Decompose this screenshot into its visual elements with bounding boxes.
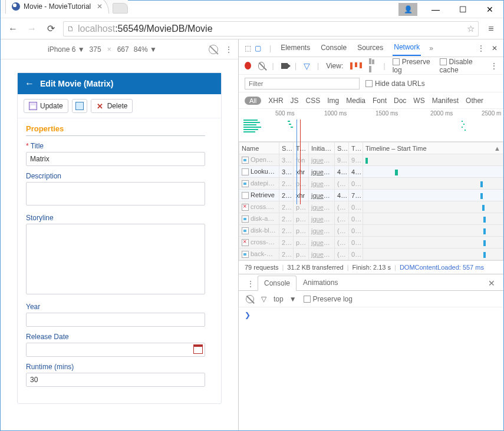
- col-initiator[interactable]: Initiat…: [309, 142, 335, 154]
- tab-title: Movie - MovieTutorial: [24, 2, 91, 11]
- url-input[interactable]: 🗋 localhost:56549/MovieDB/Movie ☆: [63, 21, 479, 37]
- delete-button[interactable]: ✕ Delete: [91, 99, 133, 113]
- table-row[interactable]: Lookup.Ad…304xhrjquery…44…4 …: [239, 166, 503, 178]
- table-row[interactable]: back-arrow…200pn…jquery…(fr…0 …: [239, 248, 503, 260]
- device-menu-icon[interactable]: ⋮: [225, 45, 232, 54]
- address-bar: ← → ⟳ 🗋 localhost:56549/MovieDB/Movie ☆ …: [1, 18, 503, 39]
- new-tab-button[interactable]: [113, 3, 128, 14]
- back-button[interactable]: ←: [6, 22, 19, 35]
- preserve-log-checkbox[interactable]: Preserve log: [393, 58, 433, 74]
- type-other[interactable]: Other: [466, 97, 483, 105]
- type-manifest[interactable]: Manifest: [432, 97, 459, 105]
- record-button[interactable]: [245, 62, 251, 69]
- hide-data-urls-checkbox[interactable]: Hide data URLs: [365, 79, 425, 88]
- tab-close-icon[interactable]: ✕: [97, 2, 103, 11]
- browser-tab[interactable]: Movie - MovieTutorial ✕: [5, 0, 109, 14]
- console-context-select[interactable]: top ▼: [274, 295, 297, 303]
- more-tabs-icon[interactable]: »: [429, 44, 433, 52]
- type-xhr[interactable]: XHR: [268, 97, 283, 105]
- type-js[interactable]: JS: [291, 97, 299, 105]
- devtools-panel: ⬚ ▢ | Elements Console Sources Network »…: [239, 39, 503, 430]
- console-preserve-checkbox[interactable]: Preserve log: [304, 295, 353, 303]
- device-select[interactable]: iPhone 6 ▼: [48, 45, 85, 54]
- inspect-icon[interactable]: ⬚: [245, 44, 251, 52]
- device-zoom[interactable]: 84% ▼: [134, 45, 157, 54]
- page-info-icon[interactable]: 🗋: [67, 25, 74, 33]
- storyline-input[interactable]: [26, 224, 205, 294]
- table-row[interactable]: disk-black-…200pn…jquery…(fr…0 …: [239, 225, 503, 237]
- table-row[interactable]: cross.png200pn…jquery…(fr…0 …: [239, 201, 503, 213]
- description-input[interactable]: [26, 182, 205, 205]
- network-menu-icon[interactable]: ⋮: [490, 62, 498, 70]
- network-summary: 79 requests| 31.2 KB transferred| Finish…: [239, 260, 503, 274]
- devtools-menu-icon[interactable]: ⋮: [477, 44, 485, 52]
- col-name[interactable]: Name: [239, 142, 279, 154]
- rotate-icon[interactable]: [209, 45, 218, 54]
- year-label: Year: [26, 303, 213, 311]
- type-ws[interactable]: WS: [413, 97, 424, 105]
- type-all[interactable]: All: [245, 97, 261, 105]
- minimize-button[interactable]: —: [422, 1, 449, 18]
- col-timeline[interactable]: Timeline – Start Time▲: [363, 142, 503, 154]
- device-mode-icon[interactable]: ▢: [255, 44, 261, 52]
- devtools-close-icon[interactable]: ✕: [492, 44, 498, 52]
- runtime-input[interactable]: [26, 373, 205, 387]
- col-status[interactable]: St…: [279, 142, 294, 154]
- network-table[interactable]: Name St… Ty… Initiat… Si… Ti… Timeline –…: [239, 142, 503, 260]
- table-row[interactable]: cross-script…200pn…jquery…(fr…0 …: [239, 237, 503, 248]
- type-media[interactable]: Media: [346, 97, 365, 105]
- tab-sources[interactable]: Sources: [356, 41, 384, 55]
- type-doc[interactable]: Doc: [394, 97, 406, 105]
- drawer-tab-console[interactable]: Console: [258, 276, 297, 291]
- network-filter-input[interactable]: [245, 78, 360, 89]
- undo-button[interactable]: [72, 99, 87, 113]
- type-img[interactable]: Img: [327, 97, 339, 105]
- large-rows-icon[interactable]: [350, 62, 362, 69]
- properties-title: Properties: [26, 124, 205, 136]
- col-time[interactable]: Ti…: [349, 142, 363, 154]
- disable-cache-checkbox[interactable]: Disable cache: [440, 58, 483, 74]
- table-row[interactable]: Retrieve200xhrjquery…49…7 …: [239, 190, 503, 201]
- releasedate-input[interactable]: [26, 343, 205, 357]
- device-width[interactable]: 375: [90, 45, 101, 54]
- reload-button[interactable]: ⟳: [44, 22, 57, 35]
- screenshot-icon[interactable]: [281, 63, 288, 69]
- chrome-user-icon[interactable]: 👤: [398, 3, 417, 16]
- drawer-tab-animations[interactable]: Animations: [297, 275, 344, 290]
- console-prompt[interactable]: ❯: [239, 307, 503, 323]
- table-row[interactable]: datepicker-…200pn…jquery…(fr…0 …: [239, 178, 503, 190]
- col-type[interactable]: Ty…: [294, 142, 309, 154]
- window-titlebar: Movie - MovieTutorial ✕ 👤 — ☐ ✕: [1, 1, 503, 18]
- url-text: localhost:56549/MovieDB/Movie: [78, 24, 213, 34]
- back-arrow-icon[interactable]: ←: [25, 78, 34, 89]
- forward-button[interactable]: →: [25, 22, 38, 35]
- type-css[interactable]: CSS: [306, 97, 321, 105]
- device-height[interactable]: 667: [117, 45, 129, 54]
- overview-icon[interactable]: [369, 58, 376, 74]
- table-row[interactable]: OpenSansIt…304fonjquery…95…9 …: [239, 154, 503, 166]
- year-input[interactable]: [26, 313, 205, 327]
- title-input[interactable]: [26, 152, 205, 166]
- calendar-icon[interactable]: [193, 344, 203, 354]
- bookmark-icon[interactable]: ☆: [467, 24, 475, 34]
- console-filter-icon[interactable]: ▽: [261, 295, 266, 303]
- type-font[interactable]: Font: [373, 97, 387, 105]
- console-clear-icon[interactable]: [246, 295, 254, 303]
- save-icon: [29, 102, 37, 110]
- edit-movie-card: ← Edit Movie (Matrix) Update ✕: [17, 72, 222, 404]
- col-size[interactable]: Si…: [335, 142, 349, 154]
- chrome-menu-button[interactable]: ≡: [485, 22, 498, 35]
- timeline-overview[interactable]: 500 ms 1000 ms 1500 ms 2000 ms 2500 m: [239, 109, 503, 142]
- tab-console[interactable]: Console: [319, 41, 348, 55]
- delete-icon: ✕: [96, 102, 104, 110]
- close-window-button[interactable]: ✕: [476, 1, 503, 18]
- update-button[interactable]: Update: [24, 99, 68, 113]
- table-row[interactable]: disk-arrow-…200pn…jquery…(fr…0 …: [239, 213, 503, 225]
- drawer-menu-icon[interactable]: ⋮: [243, 277, 258, 290]
- drawer-close-icon[interactable]: ✕: [485, 276, 499, 290]
- filter-toggle-icon[interactable]: ▽: [304, 61, 310, 71]
- tab-network[interactable]: Network: [393, 41, 421, 56]
- tab-elements[interactable]: Elements: [279, 41, 311, 55]
- clear-button[interactable]: [258, 62, 265, 70]
- maximize-button[interactable]: ☐: [449, 1, 476, 18]
